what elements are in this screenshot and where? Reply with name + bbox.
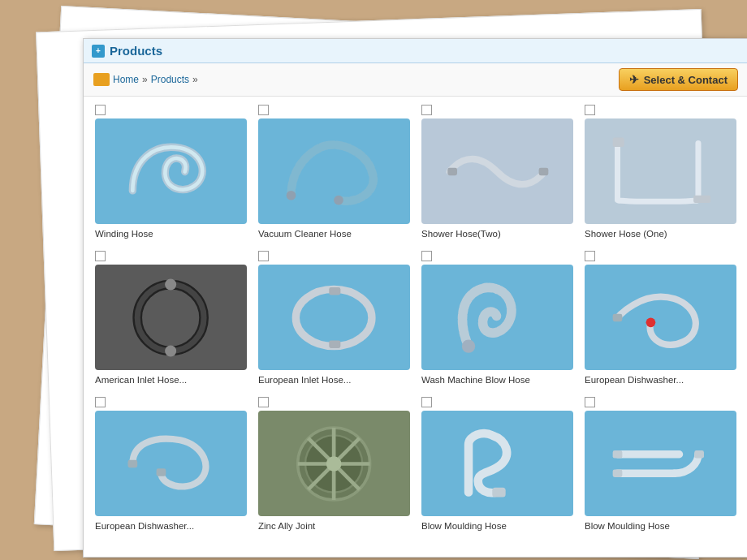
toolbar: Home » Products » ✈ Select & Contact: [84, 63, 747, 97]
list-item: Winding Hose: [95, 105, 247, 241]
product-checkbox[interactable]: [585, 397, 595, 407]
svg-rect-3: [539, 167, 549, 174]
list-item: Wash Machine Blow Hose: [421, 251, 573, 387]
product-checkbox[interactable]: [421, 397, 432, 407]
list-item: Vacuum Cleaner Hose: [258, 105, 410, 241]
svg-point-9: [165, 345, 176, 356]
product-name: Blow Moulding Hose: [421, 519, 573, 532]
list-item: American Inlet Hose...: [95, 251, 247, 387]
product-checkbox[interactable]: [421, 251, 432, 261]
svg-rect-25: [493, 487, 506, 497]
product-name: Wash Machine Blow Hose: [421, 373, 573, 386]
product-image[interactable]: [585, 118, 736, 224]
list-item: European Inlet Hose...: [258, 251, 410, 387]
breadcrumb: Home » Products »: [93, 73, 198, 86]
product-checkbox[interactable]: [95, 105, 106, 115]
svg-rect-30: [695, 450, 705, 458]
svg-point-8: [165, 278, 176, 290]
product-name: Blow Moulding Hose: [585, 519, 736, 532]
breadcrumb-home[interactable]: Home: [113, 74, 139, 85]
list-item: Zinc Ally Joint: [258, 397, 410, 533]
breadcrumb-products[interactable]: Products: [151, 74, 189, 85]
svg-rect-11: [330, 287, 341, 295]
product-image[interactable]: [421, 118, 573, 224]
svg-point-7: [138, 284, 205, 351]
product-checkbox[interactable]: [585, 251, 595, 261]
breadcrumb-icon: [93, 73, 110, 86]
svg-rect-28: [613, 450, 623, 458]
panel-header: + Products: [84, 39, 747, 63]
product-image[interactable]: [421, 265, 573, 370]
product-image[interactable]: [95, 118, 247, 224]
list-item: Blow Moulding Hose: [585, 397, 736, 533]
product-image[interactable]: [421, 411, 573, 516]
svg-point-13: [462, 339, 475, 352]
svg-rect-2: [448, 167, 458, 174]
products-icon: +: [92, 45, 105, 58]
product-image[interactable]: [258, 265, 410, 370]
main-panel: + Products Home » Products » ✈ Select & …: [83, 38, 747, 558]
products-grid: Winding Hose Vacuum Cleaner Hose: [84, 97, 747, 541]
page-title: Products: [110, 44, 162, 58]
product-image[interactable]: [585, 411, 736, 516]
product-checkbox[interactable]: [95, 397, 106, 407]
product-name: Winding Hose: [95, 227, 247, 240]
product-name: Shower Hose (One): [585, 227, 736, 240]
svg-rect-16: [128, 459, 138, 467]
svg-point-10: [296, 289, 373, 346]
list-item: European Dishwasher...: [95, 397, 247, 533]
product-name: European Inlet Hose...: [258, 373, 410, 386]
product-checkbox[interactable]: [258, 397, 269, 407]
svg-rect-29: [613, 469, 623, 476]
product-name: European Dishwasher...: [95, 519, 247, 532]
select-icon: ✈: [629, 73, 639, 86]
select-contact-button[interactable]: ✈ Select & Contact: [619, 68, 738, 91]
product-checkbox[interactable]: [95, 251, 106, 261]
svg-point-0: [287, 190, 296, 200]
list-item: European Dishwasher...: [585, 251, 736, 387]
svg-rect-17: [157, 468, 166, 476]
svg-rect-15: [613, 313, 623, 321]
product-name: Shower Hose(Two): [421, 227, 573, 240]
product-checkbox[interactable]: [585, 105, 595, 115]
product-image[interactable]: [95, 411, 247, 516]
product-image[interactable]: [258, 118, 410, 224]
product-name: Vacuum Cleaner Hose: [258, 227, 410, 240]
list-item: Shower Hose (One): [585, 105, 736, 241]
list-item: Shower Hose(Two): [421, 105, 573, 241]
product-image[interactable]: [95, 265, 247, 370]
svg-point-1: [334, 195, 343, 205]
list-item: Blow Moulding Hose: [421, 397, 573, 533]
svg-rect-12: [330, 340, 341, 347]
svg-point-24: [326, 456, 342, 472]
svg-point-14: [646, 317, 656, 327]
product-name: Zinc Ally Joint: [258, 519, 410, 532]
product-name: American Inlet Hose...: [95, 373, 247, 386]
svg-rect-5: [693, 195, 710, 202]
product-image[interactable]: [585, 265, 736, 370]
svg-rect-4: [613, 137, 624, 147]
product-checkbox[interactable]: [421, 105, 432, 115]
product-name: European Dishwasher...: [585, 373, 736, 386]
product-checkbox[interactable]: [258, 105, 269, 115]
product-image[interactable]: [258, 411, 410, 516]
product-checkbox[interactable]: [258, 251, 269, 261]
